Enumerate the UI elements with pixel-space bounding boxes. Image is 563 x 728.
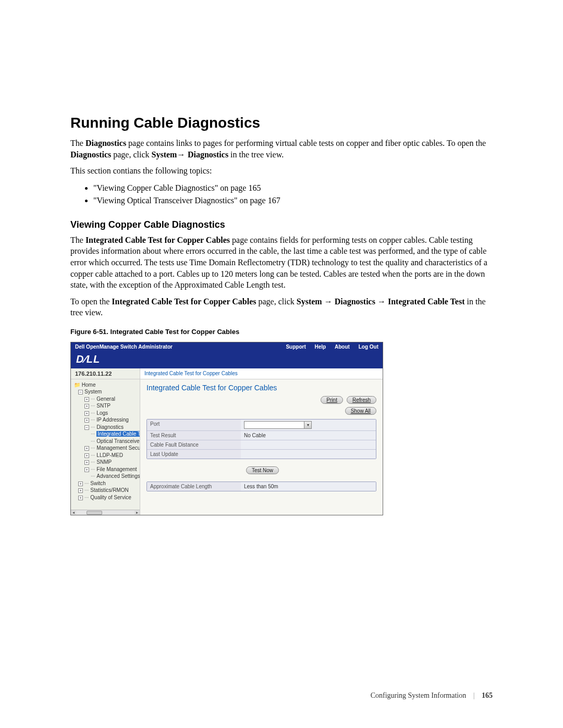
logout-link[interactable]: Log Out bbox=[359, 344, 378, 350]
print-button[interactable]: Print bbox=[321, 396, 343, 404]
port-value: ▾ bbox=[241, 419, 376, 430]
arrow-icon: → bbox=[177, 150, 187, 159]
tree-item-selected[interactable]: ···Integrated Cable T bbox=[91, 430, 139, 438]
form-row-port: Port ▾ bbox=[147, 419, 376, 431]
text: The bbox=[70, 139, 85, 147]
text: To open the bbox=[70, 297, 112, 306]
collapse-icon[interactable]: − bbox=[84, 425, 89, 430]
scroll-left-icon[interactable]: ◂ bbox=[71, 510, 76, 515]
breadcrumb-text: Integrated Cable Test for Copper Cables bbox=[140, 368, 383, 379]
tree-item[interactable]: +···General bbox=[84, 396, 139, 403]
expand-icon[interactable]: + bbox=[84, 418, 89, 423]
scroll-thumb[interactable] bbox=[87, 511, 102, 515]
text-bold: Integrated Cable Test bbox=[386, 297, 465, 306]
page-heading: Running Cable Diagnostics bbox=[70, 115, 493, 131]
titlebar-links: Support Help About Log Out bbox=[278, 344, 378, 350]
text-bold: Diagnostics bbox=[188, 150, 228, 159]
tree-system[interactable]: −System bbox=[78, 388, 139, 396]
support-link[interactable]: Support bbox=[286, 344, 305, 350]
text-bold: Diagnostics bbox=[333, 297, 377, 306]
form-row-fault: Cable Fault Distance bbox=[147, 440, 376, 450]
text-bold: Diagnostics bbox=[70, 150, 111, 159]
expand-icon[interactable]: + bbox=[84, 397, 89, 402]
label: Home bbox=[82, 382, 96, 388]
approx-value: Less than 50m bbox=[241, 482, 376, 491]
form-block: Port ▾ Test Result No Cable Cable Fault … bbox=[146, 419, 376, 459]
topics-intro: This section contians the following topi… bbox=[70, 165, 493, 177]
content-pane: Integrated Cable Test for Copper Cables … bbox=[140, 379, 383, 515]
label: LLDP-MED bbox=[96, 452, 123, 458]
nav-tree[interactable]: 📁 Home −System +···General +···SNTP +···… bbox=[71, 379, 140, 515]
tree-switch[interactable]: +···Switch bbox=[78, 480, 139, 487]
arrow-icon: → bbox=[324, 297, 333, 306]
test-now-row: Test Now bbox=[146, 466, 376, 474]
label: Diagnostics bbox=[96, 424, 124, 430]
label: File Management bbox=[96, 466, 137, 472]
tree-item[interactable]: +···File Management bbox=[84, 466, 139, 473]
footer-section: Configuring System Information bbox=[371, 692, 467, 699]
label: System bbox=[84, 389, 102, 394]
expand-icon[interactable]: + bbox=[84, 453, 89, 458]
label: Management Security bbox=[96, 445, 140, 451]
help-link[interactable]: Help bbox=[315, 344, 326, 350]
screenshot: Dell OpenManage Switch Administrator Sup… bbox=[70, 342, 383, 515]
tree-item[interactable]: +···Management Security bbox=[84, 445, 139, 452]
expand-icon[interactable]: + bbox=[84, 467, 89, 472]
section-heading: Viewing Copper Cable Diagnostics bbox=[70, 219, 493, 230]
tree-item[interactable]: −···Diagnostics bbox=[84, 424, 139, 431]
label: General bbox=[96, 396, 115, 402]
expand-icon[interactable]: + bbox=[84, 446, 89, 451]
port-label: Port bbox=[147, 419, 241, 430]
label: SNTP bbox=[96, 403, 111, 409]
body-paragraph: The Integrated Cable Test for Copper Cab… bbox=[70, 235, 493, 291]
label: SNMP bbox=[96, 459, 112, 465]
text-bold: System bbox=[297, 297, 324, 306]
label: Statistics/RMON bbox=[90, 487, 128, 493]
scroll-right-icon[interactable]: ▸ bbox=[134, 510, 140, 515]
approx-label: Approximate Cable Length bbox=[147, 482, 241, 491]
app-title: Dell OpenManage Switch Administrator bbox=[75, 344, 173, 350]
app-titlebar: Dell OpenManage Switch Administrator Sup… bbox=[71, 342, 383, 351]
showall-row: Show All bbox=[146, 407, 376, 415]
screenshot-body: 📁 Home −System +···General +···SNTP +···… bbox=[71, 379, 383, 515]
expand-icon[interactable]: + bbox=[78, 496, 83, 500]
label: IP Addressing bbox=[96, 417, 129, 423]
text-bold: System bbox=[152, 150, 177, 159]
collapse-icon[interactable]: − bbox=[78, 390, 83, 394]
chevron-down-icon[interactable]: ▾ bbox=[304, 422, 311, 428]
label: Optical Transceiver I bbox=[96, 438, 140, 444]
footer-separator: | bbox=[473, 692, 475, 699]
fault-value bbox=[241, 440, 376, 449]
about-link[interactable]: About bbox=[335, 344, 350, 350]
form-row-result: Test Result No Cable bbox=[147, 431, 376, 440]
tree-home[interactable]: 📁 Home bbox=[74, 381, 139, 389]
topics-list: "Viewing Copper Cable Diagnostics" on pa… bbox=[93, 182, 493, 207]
text: page, click bbox=[111, 150, 151, 159]
show-all-button[interactable]: Show All bbox=[345, 407, 376, 415]
horizontal-scrollbar[interactable]: ◂ ▸ bbox=[71, 510, 140, 515]
content-title: Integrated Cable Test for Copper Cables bbox=[146, 384, 376, 392]
tree-item[interactable]: +···IP Addressing bbox=[84, 416, 139, 424]
port-select[interactable]: ▾ bbox=[244, 421, 312, 429]
tree-qos[interactable]: +···Quality of Service bbox=[78, 494, 139, 501]
text: in the tree view. bbox=[228, 150, 284, 159]
tree-item[interactable]: +···SNTP bbox=[84, 402, 139, 410]
test-now-button[interactable]: Test Now bbox=[246, 466, 279, 474]
intro-paragraph: The Diagnostics page contains links to p… bbox=[70, 138, 493, 160]
text-bold: Integrated Cable Test for Copper Cables bbox=[85, 236, 230, 244]
page-footer: Configuring System Information | 165 bbox=[371, 692, 493, 700]
expand-icon[interactable]: + bbox=[78, 482, 83, 486]
tree-item[interactable]: ···Optical Transceiver I bbox=[91, 438, 139, 445]
logo-bar: D∕LL bbox=[71, 351, 383, 368]
expand-icon[interactable]: + bbox=[78, 488, 83, 493]
tree-item[interactable]: +···SNMP bbox=[84, 459, 139, 466]
expand-icon[interactable]: + bbox=[84, 411, 89, 416]
expand-icon[interactable]: + bbox=[84, 460, 89, 465]
tree-stats[interactable]: +···Statistics/RMON bbox=[78, 487, 139, 494]
tree-item[interactable]: +···LLDP-MED bbox=[84, 452, 139, 459]
fault-label: Cable Fault Distance bbox=[147, 440, 241, 449]
refresh-button[interactable]: Refresh bbox=[347, 396, 376, 404]
tree-item[interactable]: ···Advanced Settings bbox=[84, 473, 139, 480]
tree-item[interactable]: +···Logs bbox=[84, 410, 139, 417]
expand-icon[interactable]: + bbox=[84, 404, 89, 409]
